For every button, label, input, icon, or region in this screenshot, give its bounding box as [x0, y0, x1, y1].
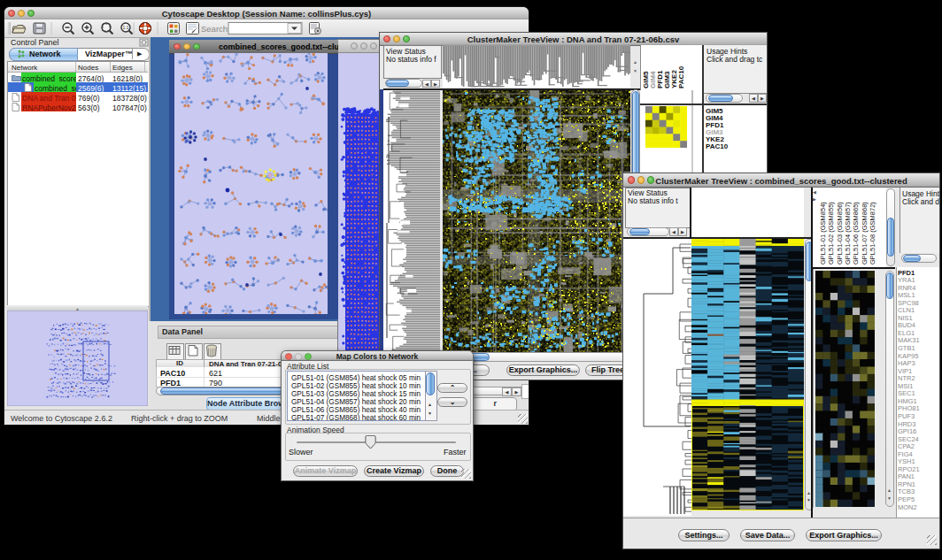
- svg-text:1:1: 1:1: [123, 25, 129, 30]
- svg-text:Search:: Search:: [201, 24, 230, 34]
